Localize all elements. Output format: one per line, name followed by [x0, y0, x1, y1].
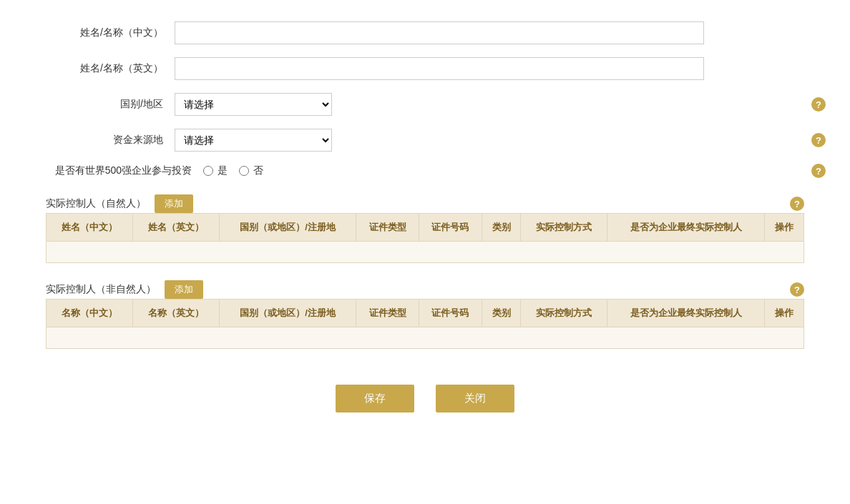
non-natural-person-col-name-cn: 名称（中文）: [47, 300, 133, 327]
non-natural-person-col-ultimate-controller: 是否为企业最终实际控制人: [607, 300, 765, 327]
natural-person-col-operation: 操作: [765, 214, 804, 242]
save-button[interactable]: 保存: [336, 385, 414, 412]
non-natural-person-col-control-method: 实际控制方式: [521, 300, 607, 327]
non-natural-person-col-category: 类别: [482, 300, 521, 327]
non-natural-person-table: 名称（中文） 名称（英文） 国别（或地区）/注册地 证件类型 证件号码 类别 实…: [46, 299, 804, 349]
natural-person-col-name-cn: 姓名（中文）: [47, 214, 133, 242]
non-natural-person-header: 实际控制人（非自然人） 添加 ?: [46, 280, 804, 299]
country-select[interactable]: 请选择: [175, 93, 332, 116]
natural-person-col-cert-no: 证件号码: [419, 214, 482, 242]
non-natural-person-help-icon[interactable]: ?: [790, 282, 804, 297]
fortune500-yes-option[interactable]: 是: [203, 164, 228, 177]
name-cn-label: 姓名/名称（中文）: [46, 26, 175, 39]
name-en-input[interactable]: [175, 57, 704, 80]
non-natural-person-table-header-row: 名称（中文） 名称（英文） 国别（或地区）/注册地 证件类型 证件号码 类别 实…: [47, 300, 804, 327]
non-natural-person-empty-row: [47, 327, 804, 349]
natural-person-empty-row: [47, 242, 804, 263]
fund-source-label: 资金来源地: [46, 134, 175, 147]
natural-person-table-header-row: 姓名（中文） 姓名（英文） 国别（或地区）/注册地 证件类型 证件号码 类别 实…: [47, 214, 804, 242]
non-natural-person-section: 实际控制人（非自然人） 添加 ? 名称（中文） 名称（英文） 国别（或地区）/注…: [46, 280, 804, 349]
non-natural-person-col-country: 国别（或地区）/注册地: [219, 300, 356, 327]
non-natural-person-title: 实际控制人（非自然人）: [46, 283, 156, 296]
fortune500-no-option[interactable]: 否: [239, 164, 263, 177]
natural-person-col-control-method: 实际控制方式: [521, 214, 607, 242]
natural-person-help-icon[interactable]: ?: [790, 197, 804, 211]
fortune500-no-radio[interactable]: [239, 166, 249, 176]
non-natural-person-col-operation: 操作: [765, 300, 804, 327]
natural-person-add-button[interactable]: 添加: [155, 194, 193, 213]
natural-person-col-ultimate-controller: 是否为企业最终实际控制人: [607, 214, 765, 242]
fund-source-select[interactable]: 请选择: [175, 129, 332, 152]
non-natural-person-col-cert-type: 证件类型: [356, 300, 419, 327]
fortune500-row: 是否有世界500强企业参与投资 是 否 ?: [46, 164, 804, 177]
fund-source-row: 资金来源地 请选择 ?: [46, 129, 804, 152]
fund-help-icon[interactable]: ?: [811, 133, 826, 147]
name-cn-row: 姓名/名称（中文）: [46, 21, 804, 44]
fortune500-radio-group: 是 否: [203, 164, 263, 177]
close-button[interactable]: 关闭: [436, 385, 514, 412]
natural-person-section: 实际控制人（自然人） 添加 ? 姓名（中文） 姓名（英文） 国别（或地区）/注册…: [46, 194, 804, 263]
natural-person-col-name-en: 姓名（英文）: [132, 214, 219, 242]
natural-person-header: 实际控制人（自然人） 添加 ?: [46, 194, 804, 213]
fortune500-no-label: 否: [253, 164, 263, 177]
fortune500-yes-radio[interactable]: [203, 166, 213, 176]
fortune500-label: 是否有世界500强企业参与投资: [46, 164, 203, 177]
non-natural-person-col-name-en: 名称（英文）: [132, 300, 219, 327]
natural-person-col-cert-type: 证件类型: [356, 214, 419, 242]
country-label: 国别/地区: [46, 98, 175, 111]
fortune500-yes-label: 是: [218, 164, 228, 177]
natural-person-col-category: 类别: [482, 214, 521, 242]
country-row: 国别/地区 请选择 ?: [46, 93, 804, 116]
country-help-icon[interactable]: ?: [811, 97, 826, 112]
form-section: 姓名/名称（中文） 姓名/名称（英文） 国别/地区 请选择 ? 资金来源地 请选…: [46, 21, 804, 412]
name-en-row: 姓名/名称（英文）: [46, 57, 804, 80]
natural-person-title: 实际控制人（自然人）: [46, 197, 146, 210]
non-natural-person-add-button[interactable]: 添加: [165, 280, 203, 299]
fortune500-help-icon[interactable]: ?: [811, 164, 826, 178]
bottom-buttons: 保存 关闭: [46, 385, 804, 412]
name-en-label: 姓名/名称（英文）: [46, 62, 175, 75]
non-natural-person-col-cert-no: 证件号码: [419, 300, 482, 327]
name-cn-input[interactable]: [175, 21, 704, 44]
natural-person-col-country: 国别（或地区）/注册地: [219, 214, 356, 242]
natural-person-table: 姓名（中文） 姓名（英文） 国别（或地区）/注册地 证件类型 证件号码 类别 实…: [46, 213, 804, 263]
